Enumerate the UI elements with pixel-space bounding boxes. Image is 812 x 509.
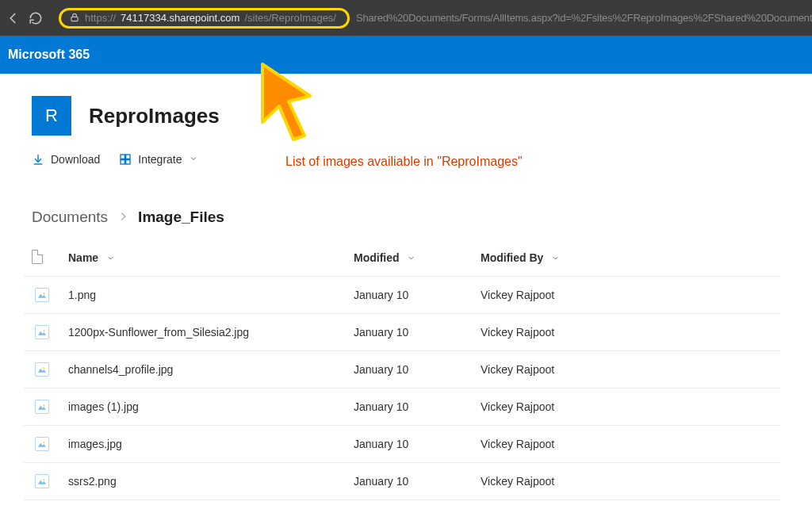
file-modified: January 10 bbox=[354, 363, 408, 376]
file-modified-by[interactable]: Vickey Rajpoot bbox=[481, 438, 554, 450]
image-file-icon bbox=[35, 437, 49, 451]
svg-point-11 bbox=[44, 367, 45, 369]
url-highlight-ring: https://74117334.sharepoint.com/sites/Re… bbox=[59, 8, 350, 29]
file-modified-by[interactable]: Vickey Rajpoot bbox=[481, 475, 554, 488]
chevron-down-icon bbox=[407, 252, 416, 265]
column-header-name[interactable]: Name bbox=[60, 240, 346, 277]
integrate-button[interactable]: Integrate bbox=[119, 153, 197, 166]
chevron-down-icon bbox=[106, 252, 115, 265]
svg-marker-10 bbox=[38, 369, 46, 373]
file-name[interactable]: 1.png bbox=[68, 289, 96, 301]
annotation-text: List of images availiable in "ReproImage… bbox=[285, 155, 523, 169]
url-prefix: https:// bbox=[85, 12, 116, 24]
download-button[interactable]: Download bbox=[32, 153, 100, 166]
column-header-modified[interactable]: Modified bbox=[346, 240, 473, 277]
image-file-icon bbox=[35, 325, 49, 339]
svg-marker-16 bbox=[38, 480, 46, 484]
breadcrumb: Documents Image_Files bbox=[0, 178, 812, 240]
svg-rect-2 bbox=[126, 155, 130, 159]
image-file-icon bbox=[35, 362, 49, 377]
chevron-down-icon bbox=[189, 153, 198, 166]
annotation-cursor-arrow-icon bbox=[259, 60, 338, 147]
site-title[interactable]: ReproImages bbox=[89, 104, 220, 128]
column-modifiedby-label: Modified By bbox=[481, 251, 543, 264]
column-header-modified-by[interactable]: Modified By bbox=[473, 240, 780, 277]
suite-title[interactable]: Microsoft 365 bbox=[8, 48, 90, 62]
image-file-icon bbox=[35, 400, 49, 414]
breadcrumb-current: Image_Files bbox=[138, 209, 224, 226]
download-icon bbox=[32, 153, 44, 166]
svg-point-15 bbox=[44, 442, 45, 443]
column-header-row: Name Modified Modified By bbox=[24, 240, 780, 277]
file-modified: January 10 bbox=[354, 475, 408, 488]
integrate-label: Integrate bbox=[138, 153, 182, 166]
url-path: /sites/ReproImages/ bbox=[244, 12, 336, 24]
url-host: 74117334.sharepoint.com bbox=[121, 12, 239, 24]
file-modified-by[interactable]: Vickey Rajpoot bbox=[481, 363, 554, 376]
svg-point-17 bbox=[44, 479, 45, 480]
back-button[interactable] bbox=[6, 11, 21, 25]
url-rest: Shared%20Documents/Forms/AllItems.aspx?i… bbox=[356, 12, 812, 24]
site-header: R ReproImages bbox=[0, 74, 812, 147]
file-name[interactable]: images (1).jpg bbox=[68, 400, 139, 413]
svg-rect-3 bbox=[121, 160, 124, 164]
file-name[interactable]: channels4_profile.jpg bbox=[68, 363, 173, 376]
file-modified-by[interactable]: Vickey Rajpoot bbox=[481, 326, 554, 339]
address-bar[interactable]: https://74117334.sharepoint.com/sites/Re… bbox=[51, 6, 812, 31]
file-name[interactable]: ssrs2.png bbox=[68, 475, 117, 488]
download-label: Download bbox=[51, 153, 100, 166]
svg-marker-6 bbox=[38, 294, 46, 298]
column-name-label: Name bbox=[68, 251, 98, 264]
svg-marker-12 bbox=[38, 406, 46, 410]
lock-icon bbox=[69, 12, 80, 23]
file-modified: January 10 bbox=[354, 326, 408, 339]
integrate-icon bbox=[119, 153, 132, 166]
document-icon bbox=[32, 250, 43, 264]
svg-rect-4 bbox=[126, 160, 130, 164]
file-list: Name Modified Modified By 1.pngJanuary 1… bbox=[24, 240, 780, 500]
chevron-right-icon bbox=[117, 209, 128, 226]
table-row[interactable]: ssrs2.pngJanuary 10Vickey Rajpoot bbox=[24, 463, 780, 500]
refresh-button[interactable] bbox=[29, 11, 43, 25]
table-row[interactable]: channels4_profile.jpgJanuary 10Vickey Ra… bbox=[24, 351, 780, 388]
breadcrumb-root[interactable]: Documents bbox=[32, 209, 108, 226]
chevron-down-icon bbox=[551, 252, 560, 265]
image-file-icon bbox=[35, 474, 49, 488]
file-modified-by[interactable]: Vickey Rajpoot bbox=[481, 400, 554, 413]
file-modified: January 10 bbox=[354, 400, 408, 413]
file-name[interactable]: 1200px-Sunflower_from_Silesia2.jpg bbox=[68, 326, 249, 339]
table-row[interactable]: images (1).jpgJanuary 10Vickey Rajpoot bbox=[24, 388, 780, 426]
image-file-icon bbox=[35, 288, 49, 302]
svg-point-9 bbox=[44, 330, 45, 331]
column-header-type[interactable] bbox=[24, 240, 60, 277]
svg-point-13 bbox=[44, 404, 45, 406]
svg-marker-8 bbox=[38, 331, 46, 335]
suite-bar: Microsoft 365 bbox=[0, 36, 812, 74]
svg-rect-0 bbox=[71, 17, 78, 21]
browser-toolbar: https://74117334.sharepoint.com/sites/Re… bbox=[0, 0, 812, 36]
file-modified: January 10 bbox=[354, 289, 408, 301]
svg-point-7 bbox=[44, 293, 45, 294]
svg-marker-5 bbox=[262, 64, 310, 140]
svg-rect-1 bbox=[121, 155, 124, 159]
svg-marker-14 bbox=[38, 443, 46, 447]
file-name[interactable]: images.jpg bbox=[68, 438, 122, 450]
table-row[interactable]: 1200px-Sunflower_from_Silesia2.jpgJanuar… bbox=[24, 314, 780, 351]
table-row[interactable]: images.jpgJanuary 10Vickey Rajpoot bbox=[24, 426, 780, 463]
table-row[interactable]: 1.pngJanuary 10Vickey Rajpoot bbox=[24, 277, 780, 314]
site-logo[interactable]: R bbox=[32, 96, 71, 136]
file-modified: January 10 bbox=[354, 438, 408, 450]
column-modified-label: Modified bbox=[354, 251, 400, 264]
file-modified-by[interactable]: Vickey Rajpoot bbox=[481, 289, 554, 301]
